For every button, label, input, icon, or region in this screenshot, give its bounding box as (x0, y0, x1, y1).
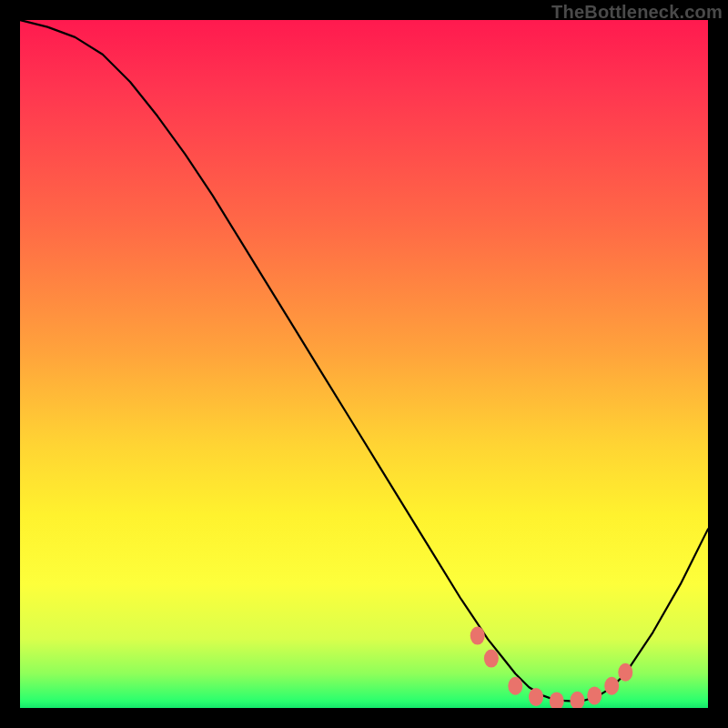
marker-dot (529, 688, 543, 706)
chart-svg (20, 20, 708, 708)
outer-frame: TheBottleneck.com (0, 0, 728, 728)
marker-dot (484, 650, 499, 668)
marker-dot (604, 677, 619, 695)
marker-dot (618, 663, 632, 682)
curve-line (20, 20, 708, 701)
watermark-text: TheBottleneck.com (551, 2, 723, 23)
plot-area (20, 20, 708, 708)
highlight-markers (470, 627, 633, 708)
marker-dot (508, 677, 522, 695)
marker-dot (587, 686, 602, 704)
marker-dot (550, 692, 564, 708)
marker-dot (570, 692, 584, 708)
marker-dot (470, 627, 485, 645)
